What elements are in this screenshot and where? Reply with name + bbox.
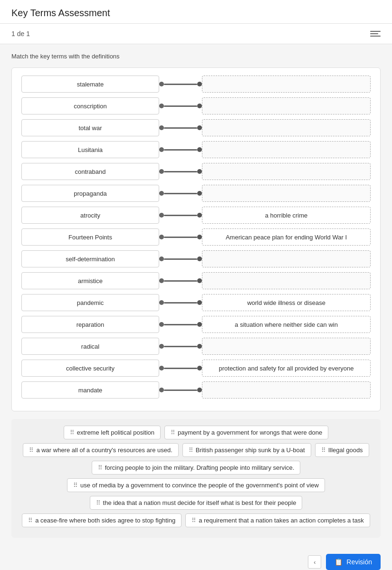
back-button[interactable]: ‹ (308, 555, 321, 569)
drag-handle-icon: ⠿ (98, 464, 102, 471)
connector-dot-left (159, 366, 164, 370)
connector-dot-left (159, 169, 164, 174)
connector (159, 213, 202, 218)
definition-box[interactable] (202, 338, 371, 355)
connector-dot-left (159, 300, 164, 305)
connector (159, 147, 202, 152)
definition-box[interactable] (202, 163, 371, 180)
answer-chip-label: Illegal goods (328, 446, 363, 454)
connector-line (164, 258, 197, 260)
term-box: Lusitania (21, 141, 159, 158)
connector-dot-right (197, 366, 202, 370)
drag-handle-icon: ⠿ (70, 429, 74, 436)
drag-handle-icon: ⠿ (73, 482, 77, 489)
answer-chip[interactable]: ⠿payment by a government for wrongs that… (164, 426, 328, 439)
definition-box[interactable]: a horrible crime (202, 207, 371, 224)
definition-box[interactable] (202, 250, 371, 267)
match-row: mandate (21, 381, 371, 399)
definition-box[interactable] (202, 381, 371, 399)
connector (159, 300, 202, 305)
answer-chip[interactable]: ⠿a cease-fire where both sides agree to … (22, 513, 182, 527)
bottom-bar: ‹ 📋 Revisión (0, 547, 392, 570)
connector (159, 366, 202, 370)
matching-area: stalemateconscriptiontotal warLusitaniac… (11, 67, 381, 411)
connector-dot-left (159, 322, 164, 327)
definition-box[interactable]: protection and safety for all provided b… (202, 360, 371, 377)
definition-box[interactable] (202, 97, 371, 114)
connector-dot-right (197, 300, 202, 305)
revision-icon: 📋 (335, 558, 343, 566)
connector-dot-left (159, 256, 164, 261)
connector-dot-right (197, 125, 202, 130)
answer-bank-row: ⠿a war where all of a country's resource… (19, 443, 373, 457)
connector-dot-left (159, 388, 164, 392)
connector-dot-left (159, 82, 164, 86)
term-box: radical (21, 338, 159, 355)
drag-handle-icon: ⠿ (171, 429, 175, 436)
answer-bank-row: ⠿use of media by a government to convinc… (19, 478, 373, 492)
match-row: Lusitania (21, 141, 371, 158)
definition-box[interactable]: a situation where neither side can win (202, 316, 371, 333)
connector-dot-left (159, 104, 164, 108)
answer-chip[interactable]: ⠿extreme left political position (64, 426, 161, 439)
answer-chip[interactable]: ⠿the idea that a nation must decide for … (90, 496, 303, 510)
definition-box[interactable] (202, 141, 371, 158)
definition-box[interactable] (202, 185, 371, 202)
term-box: pandemic (21, 294, 159, 311)
term-box: Fourteen Points (21, 228, 159, 246)
term-box: mandate (21, 381, 159, 399)
match-row: total war (21, 119, 371, 136)
connector-dot-right (197, 278, 202, 283)
answer-chip[interactable]: ⠿forcing people to join the military. Dr… (92, 461, 301, 475)
connector-dot-left (159, 344, 164, 349)
definition-box[interactable]: American peace plan for ending World War… (202, 228, 371, 246)
answer-bank-row: ⠿the idea that a nation must decide for … (19, 496, 373, 510)
connector-dot-right (197, 191, 202, 196)
match-row: conscription (21, 97, 371, 114)
list-icon-button[interactable] (370, 28, 381, 39)
match-row: radical (21, 338, 371, 355)
answer-chip[interactable]: ⠿Illegal goods (315, 443, 369, 457)
connector-dot-right (197, 256, 202, 261)
answer-chip[interactable]: ⠿British passenger ship sunk by a U-boat (182, 443, 311, 457)
definition-box[interactable] (202, 76, 371, 93)
connector-dot-right (197, 82, 202, 86)
connector (159, 125, 202, 130)
connector (159, 169, 202, 174)
connector-dot-right (197, 213, 202, 218)
list-icon-bar-1 (370, 31, 381, 32)
answer-chip-label: use of media by a government to convince… (80, 482, 319, 489)
term-box: propaganda (21, 185, 159, 202)
connector-dot-right (197, 235, 202, 239)
connector-line (164, 302, 197, 304)
answer-chip-label: a war where all of a country's resources… (36, 446, 172, 454)
answer-bank-row: ⠿forcing people to join the military. Dr… (19, 461, 373, 475)
answer-chip[interactable]: ⠿a requirement that a nation takes an ac… (185, 513, 370, 527)
connector (159, 344, 202, 349)
match-row: armistice (21, 272, 371, 289)
revision-button[interactable]: 📋 Revisión (326, 554, 381, 570)
definition-box[interactable]: world wide illness or disease (202, 294, 371, 311)
revision-label: Revisión (346, 558, 372, 566)
connector-line (164, 390, 197, 391)
answer-chip[interactable]: ⠿a war where all of a country's resource… (23, 443, 178, 457)
page-counter: 1 de 1 (11, 30, 30, 38)
connector-line (164, 149, 197, 151)
connector-dot-right (197, 388, 202, 392)
drag-handle-icon: ⠿ (29, 446, 33, 454)
connector-dot-left (159, 147, 164, 152)
connector-dot-left (159, 191, 164, 196)
connector (159, 256, 202, 261)
connector-dot-right (197, 104, 202, 108)
connector-dot-right (197, 147, 202, 152)
answer-bank-row: ⠿extreme left political position⠿payment… (19, 426, 373, 439)
definition-box[interactable] (202, 119, 371, 136)
term-box: total war (21, 119, 159, 136)
definition-box[interactable] (202, 272, 371, 289)
connector (159, 104, 202, 108)
match-row: reparationa situation where neither side… (21, 316, 371, 333)
connector-line (164, 368, 197, 369)
match-row: contraband (21, 163, 371, 180)
answer-chip[interactable]: ⠿use of media by a government to convinc… (67, 478, 325, 492)
connector-line (164, 193, 197, 194)
